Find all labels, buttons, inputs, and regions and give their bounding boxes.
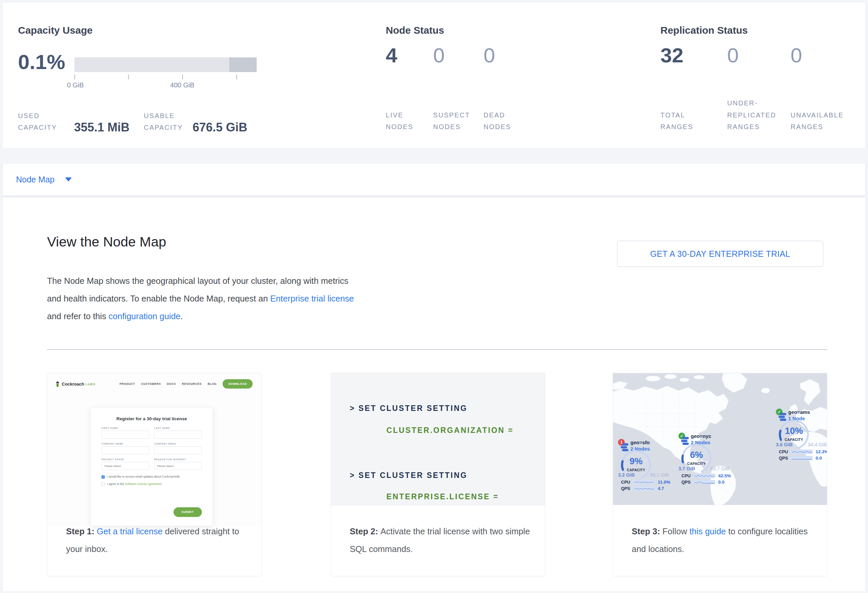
dead-nodes-label: DEAD NODES [484,109,522,133]
mini-site-logo-suffix: LABS [86,382,96,386]
enterprise-trial-button[interactable]: GET A 30-DAY ENTERPRISE TRIAL [617,241,823,267]
first-name-input [102,431,149,438]
step2-prefix: Step 2: [350,527,381,536]
checkbox-unchecked-icon [102,483,105,486]
capacity-label: CAPACITY [620,468,652,472]
mini-site-menu: PRODUCT CUSTOMERS DOCS RESOURCES BLOG [120,382,217,386]
mini-site-nav-product: PRODUCT [120,382,135,386]
cpu-value: 42.5% [718,473,731,478]
license-agreement-checkbox-label: I agree to the Software License Agreemen… [107,482,162,486]
usable-capacity-value: 676.5 GiB [193,121,247,134]
company-email-label: COMPANY EMAIL [154,443,202,445]
capacity-usage-title: Capacity Usage [18,25,93,36]
sql-setting-line: CLUSTER.ORGANIZATION = [387,426,514,435]
enterprise-trial-license-link[interactable]: Enterprise trial license [270,294,354,303]
mini-site-nav-resources: RESOURCES [182,382,202,386]
section-divider [47,349,827,350]
mini-site-download-button: DOWNLOAD [223,379,252,388]
replication-status-title: Replication Status [660,25,748,36]
cpu-metric-row: CPU 42.5% [682,473,731,478]
cpu-sparkline [791,450,813,454]
reason-for-interest-label: REASON FOR INTEREST [154,458,202,461]
get-trial-license-link[interactable]: Get a trial license [97,527,162,536]
qps-metric-row: QPS 0.0 [779,456,822,461]
map-location-nyc: ✓ geo=nyc 2 Nodes 6% CAPACITY [678,433,732,490]
qps-value: 4.7 [658,486,664,491]
registration-checkboxes: I would like to receive email updates ab… [102,475,202,486]
license-agreement-checkbox-row: I agree to the Software License Agreemen… [102,482,202,486]
mini-site-nav: Cockroach LABS PRODUCT CUSTOMERS DOCS RE… [55,378,252,390]
cpu-sparkline [633,480,655,485]
checkbox-checked-icon [102,475,105,478]
step2-card: > SET CLUSTER SETTING CLUSTER.ORGANIZATI… [331,373,545,576]
qps-label: QPS [779,456,791,461]
under-replicated-ranges-label: UNDER-REPLICATED RANGES [727,97,787,133]
capacity-percent: 6% [681,450,712,460]
capacity-used: 3.6 GiB [776,442,793,447]
registration-form-fields: FIRST NAME LAST NAME COMPANY NAME C [102,427,202,470]
submit-button: SUBMIT [174,507,202,517]
capacity-axis-label-400: 400 GiB [170,81,194,89]
live-nodes-label: LIVE NODES [386,109,424,133]
capacity-label: CAPACITY [778,438,810,441]
used-capacity-stat: USED CAPACITY 355.1 MiB [18,110,130,134]
first-name-field: FIRST NAME [102,427,149,438]
node-map-dropdown[interactable]: Node Map [16,163,72,196]
used-capacity-value: 355.1 MiB [74,121,130,134]
under-replicated-ranges-value: 0 [727,45,738,66]
capacity-total: 34.4 GiB [808,442,827,447]
view-selector-bar: Node Map [2,163,866,196]
qps-metric-row: QPS 0.0 [682,480,725,485]
dead-nodes-value: 0 [484,45,495,66]
cockroach-bug-icon [55,381,60,387]
node-map-description: The Node Map shows the geographical layo… [47,272,359,325]
last-name-label: LAST NAME [154,427,202,429]
sql-setting-line: ENTERPRISE.LICENSE = [387,492,499,501]
email-updates-checkbox-label: I would like to receive email updates ab… [107,475,180,478]
company-name-input [102,446,149,454]
chevron-down-icon [65,177,72,181]
cockroach-labs-logo: Cockroach LABS [55,381,96,387]
total-ranges-label: TOTAL RANGES [660,109,706,133]
this-guide-link[interactable]: this guide [689,527,726,536]
capacity-values-row: 3.6 GiB 34.4 GiB [776,442,827,447]
cpu-metric-row: CPU 12.3% [779,449,827,454]
sql-commands-preview: > SET CLUSTER SETTING CLUSTER.ORGANIZATI… [331,373,545,505]
capacity-bar-reserved-segment [229,57,257,72]
configuration-guide-link[interactable]: configuration guide [108,312,180,321]
total-ranges-value: 32 [660,45,683,66]
step1-prefix: Step 1: [66,527,97,536]
cpu-label: CPU [621,480,633,485]
capacity-used: 3.7 GiB [678,466,695,471]
live-nodes-value: 4 [386,45,397,66]
capacity-used: 3.2 GiB [618,472,635,478]
capacity-axis-tick [128,75,129,79]
company-email-field: COMPANY EMAIL [154,443,202,454]
sql-command-line: > SET CLUSTER SETTING [350,471,468,480]
capacity-percent: 9% [620,456,652,466]
company-email-input [154,446,202,454]
sql-command-line: > SET CLUSTER SETTING [350,404,468,413]
cpu-label: CPU [779,449,791,454]
step1-text: Step 1: Get a trial license delivered st… [66,522,247,558]
capacity-bar: 0 GiB 400 GiB [74,57,257,91]
email-updates-checkbox-row: I would like to receive email updates ab… [102,475,202,478]
node-map-content-panel: View the Node Map The Node Map shows the… [2,197,866,592]
qps-metric-row: QPS 4.7 [621,486,664,491]
step3-card: 1 geo=sfo 2 Nodes 9% CAPACITY [613,373,827,576]
step3-prefix: Step 3: [632,527,663,536]
mini-site-nav-blog: BLOG [208,382,217,386]
node-map-dropdown-label: Node Map [16,175,55,184]
software-license-agreement-link: Software License Agreement. [125,482,162,486]
capacity-bar-track [74,57,257,72]
cluster-overview-page: Capacity Usage 0.1% 0 GiB 400 GiB USED C… [0,0,868,593]
capacity-total: 65.7 GiB [710,466,729,471]
last-name-input [154,431,202,438]
reason-for-interest-select: Please Select [154,462,202,470]
cpu-sparkline [694,474,715,478]
qps-label: QPS [621,486,633,491]
qps-sparkline [633,486,655,491]
capacity-axis-label-0: 0 GiB [67,81,84,89]
project-phase-field: PROJECT PHASE Please Select [102,458,149,470]
description-text: . [180,312,183,321]
